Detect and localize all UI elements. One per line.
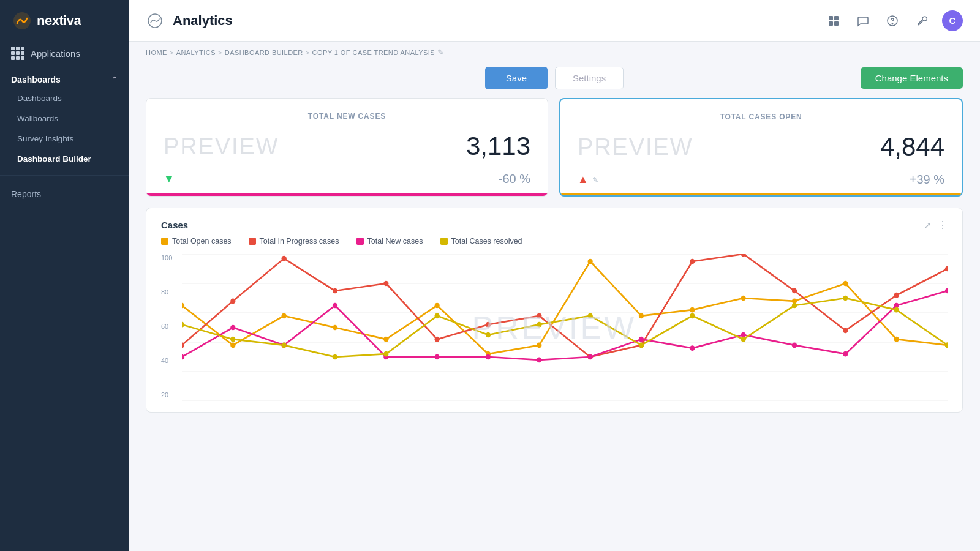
breadcrumb-analytics[interactable]: ANALYTICS [176, 49, 216, 56]
legend-item-open: Total Open cases [161, 237, 232, 246]
card-value-new-cases: 3,113 [466, 132, 530, 161]
chart-header: Cases ➚ ⋮ [161, 219, 948, 231]
breadcrumb-edit-icon[interactable]: ✎ [437, 48, 444, 57]
cards-row: TOTAL NEW CASES PREVIEW 3,113 ▼ -60 % TO… [129, 98, 980, 208]
svg-point-7 [892, 23, 893, 24]
chart-sparkline-icon[interactable]: ➚ [924, 219, 932, 231]
y-20: 20 [161, 391, 181, 399]
svg-point-53 [537, 357, 541, 362]
sidebar: nextiva Applications Dashboards ⌃ Dashbo… [0, 0, 129, 551]
svg-point-61 [945, 288, 948, 294]
svg-point-49 [333, 303, 337, 309]
sidebar-item-survey-insights[interactable]: Survey Insights [0, 129, 129, 149]
topbar: Analytics [129, 0, 980, 42]
svg-point-54 [588, 354, 593, 360]
card-preview-new-cases: PREVIEW [164, 133, 279, 160]
svg-point-76 [894, 307, 899, 313]
legend-color-open [161, 238, 168, 245]
sidebar-section-dashboards[interactable]: Dashboards ⌃ [0, 69, 129, 88]
chart-card: Cases ➚ ⋮ Total Open cases Total In Prog… [146, 208, 963, 413]
sidebar-apps[interactable]: Applications [0, 40, 129, 69]
sidebar-item-dashboard-builder[interactable]: Dashboard Builder [0, 149, 129, 169]
settings-button[interactable]: Settings [555, 67, 624, 89]
apps-label: Applications [31, 48, 80, 59]
svg-point-18 [383, 337, 388, 342]
legend-item-new: Total New cases [356, 237, 423, 246]
sidebar-item-reports[interactable]: Reports [0, 182, 129, 204]
topbar-actions: C [824, 10, 963, 31]
svg-point-35 [435, 337, 440, 342]
chart-legend: Total Open cases Total In Progress cases… [161, 237, 948, 246]
svg-point-71 [639, 342, 644, 348]
analytics-nav-icon [146, 12, 164, 30]
y-40: 40 [161, 357, 181, 364]
card-bottom-bar-orange [560, 193, 962, 195]
chart-title: Cases [161, 220, 188, 230]
sidebar-logo: nextiva [0, 0, 129, 40]
card-percent-cases-open: +39 % [910, 173, 944, 187]
card-edit-pencil-icon[interactable]: ✎ [592, 176, 598, 184]
card-total-cases-open: TOTAL CASES OPEN PREVIEW 4,844 ▲ ✎ +39 % [559, 98, 963, 197]
svg-point-62 [182, 322, 184, 328]
help-icon[interactable] [883, 12, 902, 30]
chart-more-icon[interactable]: ⋮ [938, 219, 948, 231]
svg-point-59 [843, 351, 848, 357]
chat-icon[interactable] [854, 12, 872, 30]
svg-point-33 [333, 288, 337, 294]
svg-point-24 [690, 307, 695, 313]
legend-label-open: Total Open cases [172, 237, 232, 246]
legend-label-new: Total New cases [368, 237, 423, 246]
card-value-cases-open: 4,844 [880, 132, 944, 162]
grid-icon[interactable] [824, 12, 843, 30]
chevron-up-icon: ⌃ [111, 75, 118, 84]
card-title-new-cases: TOTAL NEW CASES [164, 112, 530, 121]
card-bottom-bar-pink [146, 193, 548, 196]
change-elements-button[interactable]: Change Elements [861, 67, 963, 89]
svg-point-66 [383, 351, 388, 357]
legend-color-new [356, 238, 364, 245]
save-button[interactable]: Save [485, 67, 548, 89]
svg-point-73 [741, 337, 746, 342]
chart-svg-area [182, 254, 948, 401]
svg-point-74 [792, 303, 797, 309]
user-avatar[interactable]: C [942, 10, 963, 31]
breadcrumb-home[interactable]: HOME [146, 49, 167, 56]
card-title-cases-open: TOTAL CASES OPEN [578, 113, 944, 121]
breadcrumb: HOME > ANALYTICS > DASHBOARD BUILDER > C… [129, 42, 980, 61]
card-indicator-down-icon: ▼ [164, 173, 175, 186]
page-title: Analytics [173, 13, 816, 29]
svg-point-27 [843, 281, 848, 287]
svg-point-21 [537, 342, 541, 348]
sidebar-item-wallboards[interactable]: Wallboards [0, 108, 129, 129]
svg-point-36 [486, 322, 491, 328]
svg-point-70 [588, 313, 593, 318]
svg-point-52 [486, 354, 491, 360]
legend-label-in-progress: Total In Progress cases [260, 237, 339, 246]
svg-point-43 [843, 328, 848, 333]
svg-point-32 [282, 256, 287, 261]
svg-point-56 [690, 345, 695, 351]
svg-rect-2 [829, 16, 833, 20]
svg-rect-5 [834, 21, 839, 26]
svg-point-55 [639, 337, 644, 342]
svg-rect-3 [834, 16, 839, 20]
svg-point-69 [537, 322, 541, 328]
svg-point-63 [230, 337, 235, 342]
breadcrumb-dashboard-builder[interactable]: DASHBOARD BUILDER [225, 49, 303, 56]
legend-color-resolved [440, 238, 448, 245]
card-indicator-up-icon: ▲ [578, 173, 589, 186]
svg-point-75 [843, 296, 848, 301]
svg-point-15 [230, 342, 235, 348]
svg-point-22 [588, 259, 593, 264]
svg-point-34 [383, 281, 388, 287]
y-80: 80 [161, 288, 181, 296]
logo-text: nextiva [37, 13, 81, 29]
sidebar-item-dashboards[interactable]: Dashboards [0, 88, 129, 108]
main-content: Analytics [129, 0, 980, 551]
apps-grid-icon [11, 47, 24, 60]
svg-point-64 [282, 342, 287, 348]
wrench-icon[interactable] [913, 12, 931, 30]
svg-point-31 [230, 298, 235, 304]
svg-point-25 [741, 296, 746, 301]
chart-header-icons: ➚ ⋮ [924, 219, 948, 231]
